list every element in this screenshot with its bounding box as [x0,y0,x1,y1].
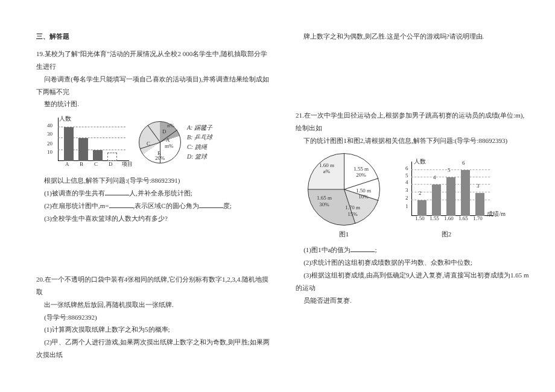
q21-part-c2: 员能否进而复赛. [296,294,531,307]
q21-pie-chart: 1.55 m20% 1.50 m10% 1.70 m15% 1.65 m30% [308,153,380,226]
xlabel: 项目 [122,159,133,169]
blank [109,201,133,208]
q20-hint: (导学号:88692392) [36,311,271,324]
q19-pie-chart: C D n% A m% B 20% [139,121,181,163]
q21-caption2: 图2 [398,228,495,241]
q19-part-b: (2)在扇形统计图中,m=,表示区域C的圆心角为度; [36,200,271,212]
blank [199,201,223,208]
q19-stem-line1: 19.某校为了解"阳光体育"活动的开展情况,从全校2 000名学生中,随机抽取部… [36,48,271,73]
q19-part-a: (1)被调查的学生共有人,并补全条形统计图; [36,187,271,200]
blank [105,189,129,195]
q21-stem-line2: 下的统计图图1和图2,请根据相关信息,解答下列问题:(导学号:88692393) [296,134,531,147]
bar [461,170,470,216]
problem-20: 20.在一个不透明的口袋中装有4张相同的纸牌,它们分别标有数字1,2,3,4.随… [36,273,271,361]
bar [475,193,484,216]
q19-legend: A: 踢毽子 B: 乒乓球 C: 跳绳 D: 篮球 [187,123,212,162]
q21-stem-line1: 21.在一次中学生田径运动会上,根据参加男子跳高初赛的运动员的成绩(单位:m),… [296,109,531,134]
xtick: D [109,159,113,169]
q19-stem-line3: 整的统计图. [36,98,271,110]
legend-B: B: 乒乓球 [187,133,212,142]
right-column: 牌上数字之和为偶数,则乙胜.这是个公平的游戏吗?请说明理由. 21.在一次中学生… [296,30,531,380]
bar [432,185,441,216]
ytick: 20 [47,139,52,149]
q21-part-a: (1)图1中a的值为; [296,244,531,256]
ytick: 40 [47,121,52,131]
left-column: 三、解答题 19.某校为了解"阳光体育"活动的开展情况,从全校2 000名学生中… [36,30,271,380]
content-columns: 三、解答题 19.某校为了解"阳光体育"活动的开展情况,从全校2 000名学生中… [36,30,531,380]
q19-prompt: 根据以上信息,解答下列问题:(导学号:88692391) [36,174,271,187]
q21-pie-wrap: 1.55 m20% 1.50 m10% 1.70 m15% 1.65 m30% [308,153,380,241]
bar-B [78,138,88,161]
q21-part-c1: (3)根据这组初赛成绩,由高到低确定9人进入复赛,请直接写出初赛成绩为1.65 … [296,269,531,294]
q19-charts: 人数 10 20 30 40 A B C D [42,115,271,169]
q21-bar-wrap: 人数 成绩/m 1 2 3 4 5 6 [398,159,495,241]
xtick: B [80,159,83,169]
q20-part-b: (2)甲、乙两个人进行游戏,如果两次摸出纸牌上数字之和为奇数,则甲胜;如果两次摸… [36,336,271,361]
q20-continuation: 牌上数字之和为偶数,则乙胜.这是个公平的游戏吗?请说明理由. [296,30,531,43]
q19-stem-line2: 问卷调查(每名学生只能填写一项自己喜欢的活动项目),并将调查结果绘制成如下两幅不… [36,73,271,98]
legend-C: C: 跳绳 [187,142,212,152]
problem-21: 21.在一次中学生田径运动会上,根据参加男子跳高初赛的运动员的成绩(单位:m),… [296,109,531,307]
xtick: A [65,159,69,169]
bar-A [64,127,74,161]
q21-caption1: 图1 [308,228,380,241]
bar [446,177,455,216]
section-title: 三、解答题 [36,30,271,43]
q19-bar-chart: 人数 10 20 30 40 A B C D [42,115,133,169]
legend-D: D: 篮球 [187,152,212,162]
q21-charts: 1.55 m20% 1.50 m10% 1.70 m15% 1.65 m30% [308,153,531,241]
blank [350,245,375,252]
q19-part-c: (3)全校学生中喜欢篮球的人数大约有多少? [36,212,271,225]
q21-part-b: (2)求统计图的这组初赛成绩数据的平均数、众数和中位数; [296,256,531,269]
q20-part-a: (1)计算两次摸取纸牌上数字之和为5的概率; [36,323,271,336]
q20-stem-line1: 20.在一个不透明的口袋中装有4张相同的纸牌,它们分别标有数字1,2,3,4.随… [36,273,271,299]
legend-A: A: 踢毽子 [187,123,212,133]
problem-19: 19.某校为了解"阳光体育"活动的开展情况,从全校2 000名学生中,随机抽取部… [36,48,271,225]
xtick: C [94,159,98,169]
q21-bar-chart: 人数 成绩/m 1 2 3 4 5 6 [398,159,495,226]
q20-stem-line2: 出一张纸牌然后放回,再随机摸取出一张纸牌. [36,299,271,311]
